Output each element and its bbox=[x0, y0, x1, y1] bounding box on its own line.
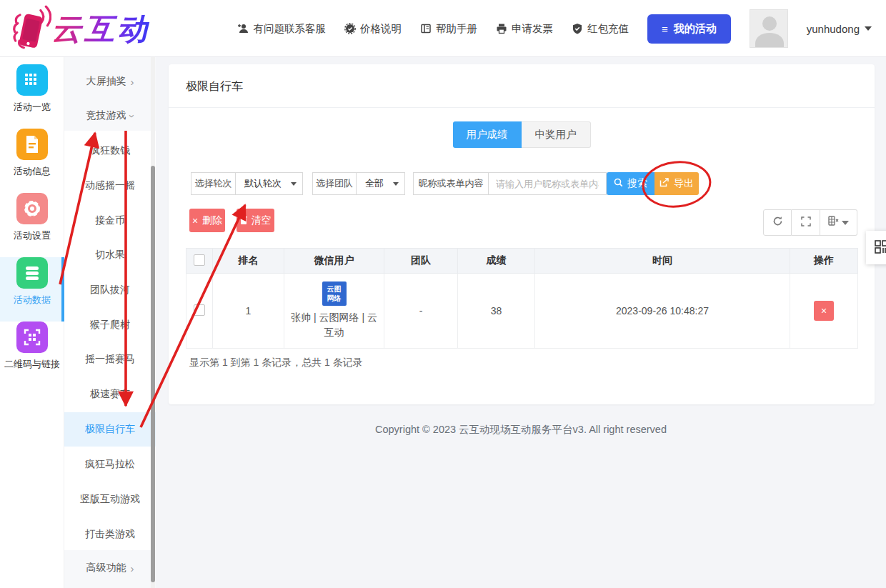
menu-item-vertical-games[interactable]: 竖版互动游戏 bbox=[64, 482, 156, 517]
export-button[interactable]: 导出 bbox=[654, 172, 699, 195]
username-label: yunhudong bbox=[807, 23, 860, 35]
cell-time: 2023-09-26 10:48:27 bbox=[535, 274, 790, 349]
menu-item-advanced-functions[interactable]: 高级功能 › bbox=[64, 551, 156, 585]
tab-user-scores[interactable]: 用户成绩 bbox=[453, 121, 522, 148]
search-button[interactable]: 搜索 bbox=[607, 172, 654, 195]
clear-button[interactable]: 清空 bbox=[237, 209, 274, 232]
search-icon bbox=[614, 178, 623, 189]
cell-rank: 1 bbox=[213, 274, 284, 349]
records-summary: 显示第 1 到第 1 条记录，总共 1 条记录 bbox=[189, 357, 363, 369]
scrollbar-thumb[interactable] bbox=[151, 166, 155, 582]
database-icon bbox=[16, 257, 48, 289]
keyword-filter-label: 昵称或表单内容 bbox=[413, 172, 489, 195]
nav-label: 有问题联系客服 bbox=[253, 22, 326, 36]
delete-button[interactable]: × 删除 bbox=[189, 209, 225, 232]
team-select[interactable]: 全部 bbox=[356, 172, 405, 195]
app-logo: 云互动 bbox=[10, 4, 150, 54]
select-all-checkbox[interactable] bbox=[194, 254, 205, 266]
sidebar-item-label: 活动设置 bbox=[0, 229, 64, 242]
tab-winning-users[interactable]: 中奖用户 bbox=[522, 121, 591, 148]
x-icon: × bbox=[821, 305, 827, 317]
menu-scrollbar[interactable] bbox=[151, 57, 155, 588]
layout-grid-icon bbox=[874, 239, 886, 257]
person-plus-icon bbox=[237, 23, 249, 34]
table-header-row: 排名 微信用户 团队 成绩 时间 操作 bbox=[186, 249, 858, 274]
toggle-columns-button[interactable] bbox=[820, 209, 857, 236]
badge-icon bbox=[344, 23, 356, 34]
refresh-icon bbox=[772, 216, 783, 229]
col-actions: 操作 bbox=[790, 249, 858, 274]
page-title: 极限自行车 bbox=[186, 79, 243, 94]
menu-item-monkey-climb[interactable]: 猴子爬树 bbox=[64, 308, 156, 342]
chevron-right-icon: › bbox=[131, 562, 134, 574]
menu-label: 高级功能 bbox=[86, 562, 126, 574]
refresh-button[interactable] bbox=[763, 209, 792, 236]
menu-item-crazy-marathon[interactable]: 疯狂马拉松 bbox=[64, 447, 156, 482]
menu-item-horse-race[interactable]: 摇一摇赛马 bbox=[64, 342, 156, 377]
nav-label: 帮助手册 bbox=[436, 22, 477, 36]
app-header: 云互动 有问题联系客服 价格说明 帮助手册 申请发票 bbox=[0, 0, 886, 57]
chevron-down-icon: › bbox=[126, 114, 139, 118]
copyright-text: Copyright © 2023 云互动现场互动服务平台v3. All righ… bbox=[156, 423, 886, 437]
nav-help-manual[interactable]: 帮助手册 bbox=[420, 22, 477, 36]
user-avatar: 云图 网络 bbox=[322, 281, 347, 306]
sidebar-item-label: 活动信息 bbox=[0, 165, 64, 178]
results-table: 排名 微信用户 团队 成绩 时间 操作 1 云图 网 bbox=[186, 248, 858, 349]
fullscreen-button[interactable] bbox=[792, 209, 820, 236]
table-row: 1 云图 网络 张帅 | 云图网络 | 云互动 - 38 2023-09-26 … bbox=[186, 274, 858, 349]
avatar[interactable] bbox=[750, 9, 788, 48]
menu-item-crazy-money[interactable]: 疯狂数钱 bbox=[64, 134, 156, 168]
menu-item-extreme-bike[interactable]: 极限自行车 bbox=[64, 412, 156, 447]
main-content: 极限自行车 用户成绩 中奖用户 选择轮次 默认轮次 选择团队 全部 昵称或表单内… bbox=[156, 57, 886, 588]
sidebar-item-label: 活动一览 bbox=[0, 101, 64, 114]
row-checkbox[interactable] bbox=[194, 304, 205, 316]
secondary-menu: 大屏抽奖 › 竞技游戏 › 疯狂数钱 动感摇一摇 接金币 切水果 团队拔河 猴子… bbox=[64, 57, 156, 588]
menu-item-speed-racing[interactable]: 极速赛车 bbox=[64, 377, 156, 412]
divider bbox=[169, 107, 875, 108]
col-wechat-user: 微信用户 bbox=[284, 249, 384, 274]
sidebar-item-qrcode-links[interactable]: 二维码与链接 bbox=[0, 322, 64, 386]
nav-invoice[interactable]: 申请发票 bbox=[496, 22, 553, 36]
trash-icon bbox=[240, 215, 247, 226]
printer-icon bbox=[496, 23, 507, 34]
nav-label: 价格说明 bbox=[360, 22, 402, 36]
menu-item-fruit-cut[interactable]: 切水果 bbox=[64, 238, 156, 272]
cell-wechat-user: 云图 网络 张帅 | 云图网络 | 云互动 bbox=[284, 274, 384, 349]
nav-pricing[interactable]: 价格说明 bbox=[344, 22, 402, 36]
nav-label: 申请发票 bbox=[512, 22, 553, 36]
nav-label: 红包充值 bbox=[587, 22, 629, 36]
user-menu[interactable]: yunhudong bbox=[807, 23, 872, 35]
sidebar-item-activity-settings[interactable]: 活动设置 bbox=[0, 193, 64, 257]
menu-item-competitive-games[interactable]: 竞技游戏 › bbox=[64, 99, 156, 133]
round-filter-label: 选择轮次 bbox=[191, 172, 236, 195]
nav-contact-support[interactable]: 有问题联系客服 bbox=[237, 22, 326, 36]
my-activities-button[interactable]: ≡ 我的活动 bbox=[647, 14, 731, 44]
keyword-input[interactable] bbox=[488, 172, 607, 195]
gear-icon bbox=[16, 193, 48, 224]
menu-item-tug-of-war[interactable]: 团队拔河 bbox=[64, 273, 156, 307]
col-score: 成绩 bbox=[458, 249, 535, 274]
column-widget-panel[interactable] bbox=[866, 231, 886, 264]
menu-item-shake[interactable]: 动感摇一摇 bbox=[64, 169, 156, 203]
shield-icon bbox=[572, 23, 583, 34]
sidebar-item-activity-info[interactable]: 活动信息 bbox=[0, 129, 64, 193]
result-tabs: 用户成绩 中奖用户 bbox=[169, 121, 875, 148]
fullscreen-icon bbox=[801, 216, 811, 229]
menu-item-catch-coins[interactable]: 接金币 bbox=[64, 204, 156, 238]
menu-item-hit-games[interactable]: 打击类游戏 bbox=[64, 517, 156, 552]
sidebar-item-activity-data[interactable]: 活动数据 bbox=[0, 257, 64, 322]
select-all-header bbox=[186, 249, 213, 274]
team-filter-label: 选择团队 bbox=[312, 172, 357, 195]
table-toolbar bbox=[763, 209, 857, 236]
menu-label: 竞技游戏 bbox=[86, 109, 126, 122]
document-icon bbox=[16, 129, 48, 160]
sidebar-item-activity-overview[interactable]: 活动一览 bbox=[0, 64, 64, 129]
round-select[interactable]: 默认轮次 bbox=[235, 172, 303, 195]
sidebar-item-label: 活动数据 bbox=[0, 294, 64, 307]
menu-item-screen-lottery[interactable]: 大屏抽奖 › bbox=[64, 64, 156, 99]
chevron-down-icon bbox=[865, 26, 872, 31]
nav-redpacket-recharge[interactable]: 红包充值 bbox=[572, 22, 629, 36]
row-delete-button[interactable]: × bbox=[814, 301, 834, 321]
chevron-right-icon: › bbox=[131, 76, 134, 88]
top-navigation: 有问题联系客服 价格说明 帮助手册 申请发票 红包充值 bbox=[237, 0, 872, 57]
